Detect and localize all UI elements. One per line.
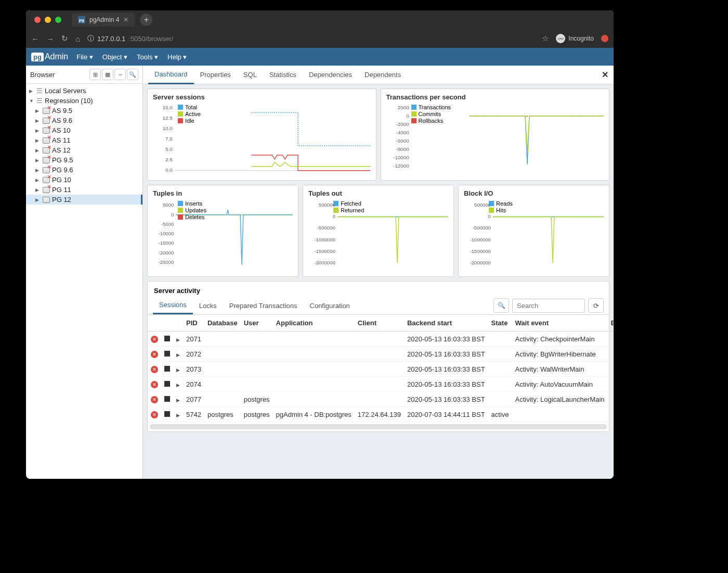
horizontal-scrollbar[interactable] xyxy=(150,424,607,429)
incognito-indicator[interactable]: 👓 Incognito xyxy=(556,34,594,43)
search-input[interactable] xyxy=(512,299,585,313)
chevron-right-icon[interactable]: ▶ xyxy=(35,128,41,133)
chevron-right-icon[interactable]: ▶ xyxy=(35,118,41,123)
atab-prepared[interactable]: Prepared Transactions xyxy=(223,298,304,314)
new-tab-button[interactable]: + xyxy=(140,14,152,26)
chevron-right-icon[interactable]: ▶ xyxy=(35,138,41,143)
expand-row-icon[interactable]: ▶ xyxy=(176,337,180,342)
cancel-query-icon[interactable] xyxy=(164,396,170,402)
tab-close-icon[interactable]: ✕ xyxy=(123,16,128,23)
chevron-right-icon[interactable]: ▶ xyxy=(35,108,41,113)
view-data-icon[interactable]: ▦ xyxy=(102,69,113,80)
menu-tools[interactable]: Tools ▾ xyxy=(137,53,158,61)
column-header[interactable]: Client xyxy=(355,315,404,332)
window-minimize-icon[interactable] xyxy=(45,17,51,23)
cancel-query-icon[interactable] xyxy=(164,381,170,387)
column-header[interactable]: Blocking PIDs xyxy=(608,315,614,332)
refresh-icon[interactable]: ⟳ xyxy=(588,298,604,313)
tab-sql[interactable]: SQL xyxy=(237,66,263,83)
atab-locks[interactable]: Locks xyxy=(193,298,223,314)
expand-row-icon[interactable]: ▶ xyxy=(176,398,180,403)
expand-row-icon[interactable]: ▶ xyxy=(176,367,180,373)
search-objects-icon[interactable]: 🔍 xyxy=(127,69,138,80)
bookmark-icon[interactable]: ☆ xyxy=(542,34,549,43)
tree-group-local-servers[interactable]: ▶ ☰ Local Servers xyxy=(26,86,142,96)
tab-properties[interactable]: Properties xyxy=(194,66,237,83)
chevron-right-icon[interactable]: ▶ xyxy=(35,177,41,183)
extension-icon[interactable] xyxy=(601,35,608,42)
tree-server[interactable]: ▶PG 9.5 xyxy=(26,155,142,165)
column-header[interactable] xyxy=(161,315,173,332)
menu-object[interactable]: Object ▾ xyxy=(102,53,127,61)
terminate-session-icon[interactable]: ✕ xyxy=(151,351,158,358)
cancel-query-icon[interactable] xyxy=(164,336,170,341)
tree-server[interactable]: ▶AS 12 xyxy=(26,145,142,155)
window-maximize-icon[interactable] xyxy=(55,17,61,23)
expand-row-icon[interactable]: ▶ xyxy=(176,352,180,358)
tree-server[interactable]: ▶PG 9.6 xyxy=(26,165,142,175)
column-header[interactable]: Database xyxy=(204,315,241,332)
terminate-session-icon[interactable]: ✕ xyxy=(151,336,158,343)
tree-group-regression[interactable]: ▼ ☰ Regression (10) xyxy=(26,96,142,106)
table-row[interactable]: ✕▶5742postgrespostgrespgAdmin 4 - DB:pos… xyxy=(148,407,614,422)
home-button[interactable]: ⌂ xyxy=(75,34,80,43)
reload-button[interactable]: ↻ xyxy=(61,34,68,43)
close-panel-icon[interactable]: ✕ xyxy=(602,70,608,80)
column-header[interactable]: Backend start xyxy=(404,315,488,332)
address-bar[interactable]: ⓘ 127.0.0.1:5050/browser/ xyxy=(87,34,535,43)
terminate-session-icon[interactable]: ✕ xyxy=(151,396,158,403)
chevron-right-icon[interactable]: ▶ xyxy=(35,168,41,173)
back-button[interactable]: ← xyxy=(31,34,39,43)
cancel-query-icon[interactable] xyxy=(164,351,170,356)
chevron-right-icon[interactable]: ▶ xyxy=(35,187,41,193)
chevron-down-icon[interactable]: ▼ xyxy=(29,98,34,104)
tab-dependencies[interactable]: Dependencies xyxy=(303,66,358,83)
terminate-session-icon[interactable]: ✕ xyxy=(151,366,158,373)
menu-file[interactable]: File ▾ xyxy=(76,53,93,61)
table-row[interactable]: ✕▶2077postgres2020-05-13 16:03:33 BSTAct… xyxy=(148,392,614,407)
column-header[interactable] xyxy=(173,315,183,332)
tab-dashboard[interactable]: Dashboard xyxy=(148,66,194,84)
query-tool-icon[interactable]: ⊞ xyxy=(89,69,101,80)
pgadmin-logo[interactable]: pgAdmin xyxy=(31,52,68,61)
table-row[interactable]: ✕▶20732020-05-13 16:03:33 BSTActivity: W… xyxy=(148,362,614,377)
chevron-right-icon[interactable]: ▶ xyxy=(35,197,41,202)
table-row[interactable]: ✕▶20712020-05-13 16:03:33 BSTActivity: C… xyxy=(148,332,614,347)
tree-server[interactable]: ▶PG 11 xyxy=(26,185,142,195)
atab-sessions[interactable]: Sessions xyxy=(153,297,193,314)
tree-server[interactable]: ▶AS 11 xyxy=(26,135,142,145)
tree-server[interactable]: ▶AS 9.6 xyxy=(26,116,142,125)
atab-config[interactable]: Configuration xyxy=(304,298,356,314)
column-header[interactable]: PID xyxy=(183,315,204,332)
tree-server[interactable]: ▶PG 10 xyxy=(26,175,142,185)
menu-help[interactable]: Help ▾ xyxy=(167,53,187,61)
tree-server[interactable]: ▶AS 10 xyxy=(26,125,142,135)
chevron-right-icon[interactable]: ▶ xyxy=(29,88,34,94)
column-header[interactable]: State xyxy=(488,315,512,332)
forward-button[interactable]: → xyxy=(46,34,54,43)
expand-row-icon[interactable]: ▶ xyxy=(176,383,180,388)
filter-icon[interactable]: ⎃ xyxy=(114,69,126,80)
tree-server[interactable]: ▶PG 12 xyxy=(26,195,142,205)
tree-server[interactable]: ▶AS 9.5 xyxy=(26,106,142,116)
site-info-icon[interactable]: ⓘ xyxy=(87,34,94,43)
table-row[interactable]: ✕▶20722020-05-13 16:03:33 BSTActivity: B… xyxy=(148,347,614,362)
tab-dependents[interactable]: Dependents xyxy=(358,66,407,83)
table-row[interactable]: ✕▶20742020-05-13 16:03:33 BSTActivity: A… xyxy=(148,377,614,392)
tab-statistics[interactable]: Statistics xyxy=(263,66,303,83)
column-header[interactable] xyxy=(148,315,161,332)
column-header[interactable]: Wait event xyxy=(512,315,608,332)
expand-row-icon[interactable]: ▶ xyxy=(176,413,180,418)
cancel-query-icon[interactable] xyxy=(164,366,170,372)
chevron-right-icon[interactable]: ▶ xyxy=(35,158,41,163)
cancel-query-icon[interactable] xyxy=(164,411,170,417)
terminate-session-icon[interactable]: ✕ xyxy=(151,381,158,388)
chevron-right-icon[interactable]: ▶ xyxy=(35,148,41,153)
column-header[interactable]: User xyxy=(241,315,273,332)
cell-wait-event: Activity: AutoVacuumMain xyxy=(512,377,608,392)
search-icon[interactable]: 🔍 xyxy=(493,298,509,313)
window-close-icon[interactable] xyxy=(34,17,41,23)
terminate-session-icon[interactable]: ✕ xyxy=(151,411,158,418)
column-header[interactable]: Application xyxy=(273,315,355,332)
browser-tab[interactable]: pg pgAdmin 4 ✕ xyxy=(72,13,135,27)
